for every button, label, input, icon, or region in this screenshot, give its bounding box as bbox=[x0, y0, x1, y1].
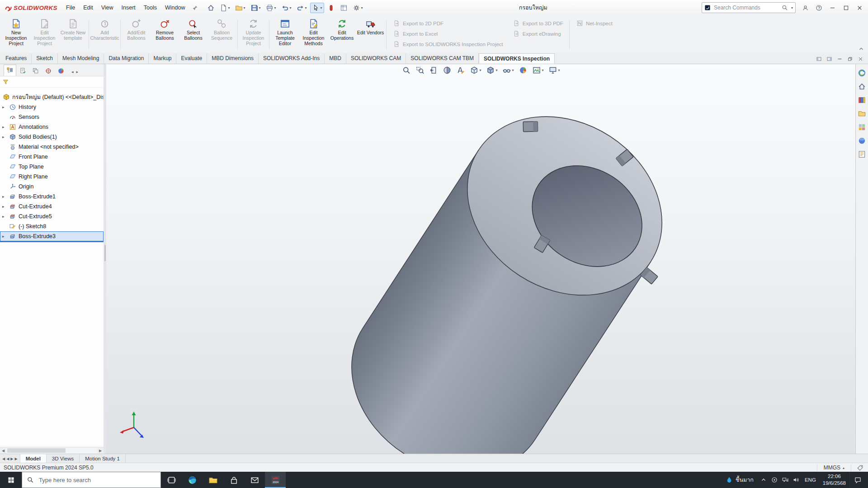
tree-item-right-plane[interactable]: Right Plane bbox=[0, 172, 104, 182]
user-button[interactable] bbox=[798, 2, 812, 14]
pm-dimxpert-tab[interactable] bbox=[42, 66, 54, 76]
tree-item-origin[interactable]: Origin bbox=[0, 182, 104, 192]
clock[interactable]: 22:06 19/6/2568 bbox=[819, 472, 849, 488]
pm-props-tab[interactable] bbox=[17, 66, 29, 76]
view-orientation-button[interactable]: ▾ bbox=[470, 66, 481, 75]
splitter-grip[interactable] bbox=[104, 245, 106, 261]
pm-display-tab[interactable] bbox=[55, 66, 67, 76]
redo-button[interactable]: ▾ bbox=[295, 3, 309, 13]
nav-last-icon[interactable]: ▶ bbox=[14, 457, 17, 461]
prev-view-button[interactable] bbox=[429, 66, 438, 75]
tree-item-annotations[interactable]: ▸Annotations bbox=[0, 122, 104, 132]
tab-mbd[interactable]: MBD bbox=[325, 53, 346, 64]
tp-resources-button[interactable] bbox=[858, 69, 866, 77]
tab-solidworks-cam-tbm[interactable]: SOLIDWORKS CAM TBM bbox=[406, 53, 479, 64]
panel-tabs-right-arrow[interactable]: ▸ bbox=[76, 70, 79, 74]
expand-arrow[interactable]: ▸ bbox=[2, 135, 5, 139]
tp-appearance-button[interactable] bbox=[858, 136, 866, 145]
tree-item-cut-extrude5[interactable]: ▸Cut-Extrude5 bbox=[0, 211, 104, 221]
ribbon-new-inspection-project-button[interactable]: New Inspection Project bbox=[2, 16, 30, 53]
tree-item-boss-extrude1[interactable]: ▸Boss-Extrude1 bbox=[0, 192, 104, 202]
ribbon-collapse-button[interactable] bbox=[858, 46, 864, 52]
ribbon-select-balloons-button[interactable]: Select Balloons bbox=[179, 16, 208, 53]
taskbar-search[interactable] bbox=[22, 472, 161, 488]
sheet-nav-buttons[interactable]: ◀ ◀ ▶ ▶ bbox=[0, 454, 20, 463]
tp-home-button[interactable] bbox=[858, 82, 866, 91]
action-center-button[interactable] bbox=[849, 472, 865, 488]
tab-evaluate[interactable]: Evaluate bbox=[176, 53, 207, 64]
menu-view[interactable]: View bbox=[97, 0, 118, 15]
tree-item-solid-bodies-1[interactable]: ▸Solid Bodies(1) bbox=[0, 132, 104, 142]
select-cursor-button[interactable]: ▾ bbox=[310, 3, 324, 13]
display-style-button[interactable]: ▾ bbox=[486, 66, 497, 75]
zoom-area-button[interactable] bbox=[415, 66, 424, 75]
tp-explorer-button[interactable] bbox=[858, 109, 866, 118]
panel-horizontal-scrollbar[interactable]: ◀ ▶ bbox=[0, 447, 104, 454]
tp-library-button[interactable] bbox=[858, 96, 866, 104]
tab-mbd-dimensions[interactable]: MBD Dimensions bbox=[207, 53, 259, 64]
taskbar-task-view[interactable] bbox=[161, 472, 182, 488]
expand-arrow[interactable]: ▸ bbox=[2, 105, 5, 109]
pm-config-tab[interactable] bbox=[30, 66, 42, 76]
weather-widget[interactable]: ชื้นมาก bbox=[721, 472, 758, 488]
panel-tabs-left-arrow[interactable]: ◂ bbox=[71, 70, 74, 74]
win-min-button[interactable] bbox=[826, 2, 839, 14]
nav-prev-icon[interactable]: ◀ bbox=[6, 457, 9, 461]
ribbon-launch-template-editor-button[interactable]: Launch Template Editor bbox=[271, 16, 299, 53]
section-view-button[interactable] bbox=[443, 66, 451, 75]
doc-pane-left-button[interactable] bbox=[816, 56, 822, 62]
help-button[interactable] bbox=[812, 2, 826, 14]
doc-pane-right-button[interactable] bbox=[826, 56, 832, 62]
win-close-button[interactable] bbox=[853, 2, 866, 14]
model-cylinder[interactable] bbox=[106, 64, 856, 454]
tree-item-material-not-specified[interactable]: Material <not specified> bbox=[0, 142, 104, 152]
expand-arrow[interactable]: ▸ bbox=[2, 194, 5, 199]
tp-props-button[interactable] bbox=[858, 150, 866, 159]
filter-funnel-icon[interactable] bbox=[2, 79, 9, 85]
tray-network[interactable] bbox=[780, 472, 791, 488]
taskbar-edge[interactable] bbox=[182, 472, 203, 488]
tray-tray-chevron[interactable] bbox=[758, 472, 769, 488]
doc-win-close-button[interactable] bbox=[858, 56, 863, 62]
menu-insert[interactable]: Insert bbox=[118, 0, 140, 15]
view-settings-button[interactable]: ▾ bbox=[549, 66, 560, 75]
tree-root[interactable]: กรอบใหญ่ม (Default) <<Default>_Displ bbox=[0, 92, 104, 102]
search-dropdown-icon[interactable]: ▾ bbox=[791, 6, 793, 10]
new-document-button[interactable]: ▾ bbox=[218, 3, 232, 13]
scroll-left-button[interactable]: ◀ bbox=[0, 447, 6, 454]
scroll-track[interactable] bbox=[6, 447, 97, 454]
apply-scene-button[interactable]: ▾ bbox=[533, 66, 544, 75]
taskbar-explorer[interactable] bbox=[203, 472, 223, 488]
menu-window[interactable]: Window bbox=[161, 0, 189, 15]
expand-arrow[interactable]: ▸ bbox=[2, 214, 5, 219]
options-gear-button[interactable]: ▾ bbox=[351, 3, 365, 13]
nav-first-icon[interactable]: ◀ bbox=[2, 457, 5, 461]
doc-win-restore-button[interactable] bbox=[847, 56, 853, 62]
taskbar-mail[interactable] bbox=[244, 472, 265, 488]
tab-markup[interactable]: Markup bbox=[149, 53, 176, 64]
print-button[interactable]: ▾ bbox=[264, 3, 278, 13]
tab-mesh-modeling[interactable]: Mesh Modeling bbox=[58, 53, 104, 64]
edit-appearance-button[interactable] bbox=[519, 66, 528, 75]
tree-item-top-plane[interactable]: Top Plane bbox=[0, 162, 104, 172]
tree-item-sensors[interactable]: Sensors bbox=[0, 112, 104, 122]
save-button[interactable]: ▾ bbox=[249, 3, 263, 13]
bottom-tab-motion-study-1[interactable]: Motion Study 1 bbox=[80, 454, 126, 463]
nav-next-icon[interactable]: ▶ bbox=[10, 457, 13, 461]
units-selector[interactable]: MMGS ▴ bbox=[817, 465, 851, 471]
hide-show-button[interactable]: ▾ bbox=[502, 66, 514, 75]
scroll-right-button[interactable]: ▶ bbox=[97, 447, 104, 454]
tab-data-migration[interactable]: Data Migration bbox=[104, 53, 149, 64]
tab-sketch[interactable]: Sketch bbox=[32, 53, 58, 64]
tree-item-sketch8[interactable]: (-) Sketch8 bbox=[0, 221, 104, 231]
taskbar-sw-app[interactable]: 2024 bbox=[265, 472, 286, 488]
tags-button[interactable] bbox=[851, 465, 864, 471]
ribbon-edit-vendors-button[interactable]: Edit Vendors bbox=[356, 16, 385, 53]
units-value[interactable]: MMGS bbox=[824, 465, 840, 471]
menu-edit[interactable]: Edit bbox=[79, 0, 97, 15]
expand-arrow[interactable]: ▸ bbox=[2, 234, 5, 239]
tree-item-front-plane[interactable]: Front Plane bbox=[0, 152, 104, 162]
tree-item-history[interactable]: ▸History bbox=[0, 102, 104, 112]
tab-solidworks-add-ins[interactable]: SOLIDWORKS Add-Ins bbox=[259, 53, 325, 64]
home-button[interactable] bbox=[205, 3, 217, 13]
